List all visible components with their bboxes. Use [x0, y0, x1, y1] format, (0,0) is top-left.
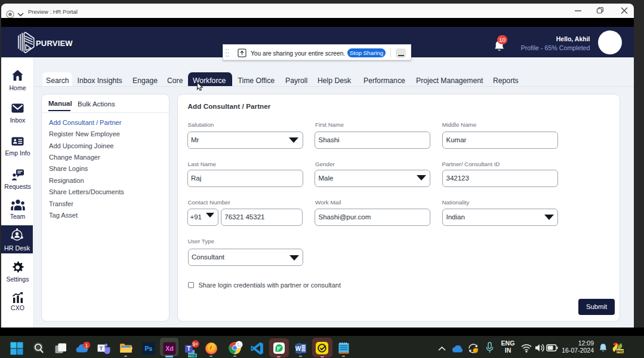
- svg-text:W: W: [295, 345, 301, 352]
- svg-text:T: T: [187, 345, 190, 352]
- svg-text:9+: 9+: [193, 341, 199, 347]
- svg-text:1: 1: [85, 342, 88, 348]
- svg-text:Xd: Xd: [165, 345, 173, 352]
- svg-text:PRE: PRE: [617, 350, 624, 353]
- svg-text:T: T: [100, 345, 103, 351]
- svg-text:Ps: Ps: [145, 345, 153, 352]
